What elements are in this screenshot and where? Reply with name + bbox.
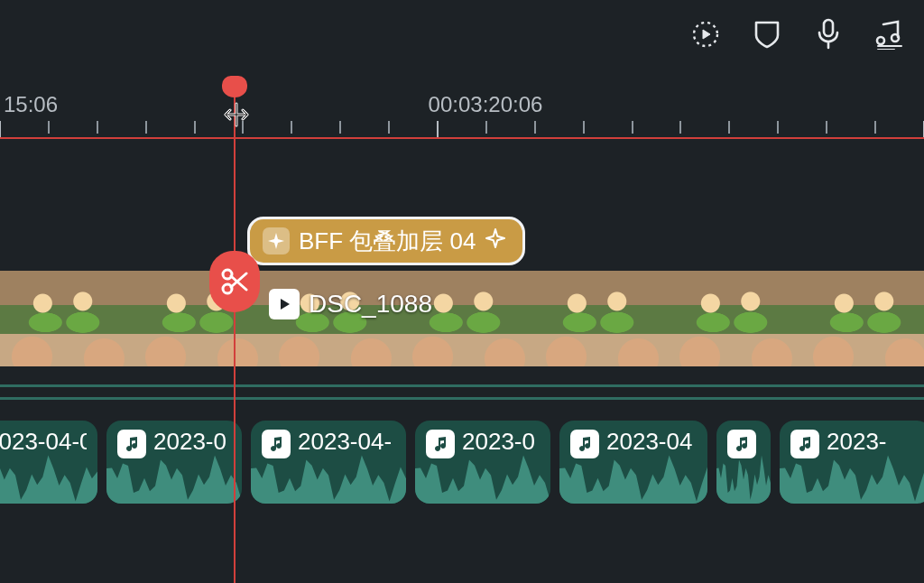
ruler-ticks <box>0 121 924 137</box>
video-clip-name: DSC_1088 <box>309 290 432 319</box>
waveform <box>106 451 242 504</box>
music-settings-button[interactable] <box>872 16 908 52</box>
waveform <box>0 451 97 504</box>
scissors-icon <box>219 266 250 297</box>
audio-clip[interactable]: 2023-0 <box>106 421 242 504</box>
waveform <box>559 451 707 504</box>
effect-clip-label: BFF 包叠加层 04 <box>299 226 476 257</box>
play-icon <box>269 289 300 319</box>
video-thumbnail <box>534 271 668 366</box>
sparkle-outline-icon <box>485 227 506 255</box>
audio-clip[interactable]: 2023-04 <box>559 421 707 504</box>
sparkle-icon <box>263 227 290 254</box>
shield-button[interactable] <box>749 16 785 52</box>
track-separator <box>0 397 924 400</box>
ruler-time-left: 15:06 <box>4 92 58 117</box>
waveform <box>780 451 924 504</box>
playhead[interactable] <box>234 79 236 583</box>
effect-overlay-clip[interactable]: BFF 包叠加层 04 <box>247 217 525 265</box>
video-thumbnail <box>0 271 134 366</box>
audio-clip[interactable]: 2023-04-0 <box>0 421 97 504</box>
video-track[interactable] <box>0 271 924 366</box>
ruler-time-center: 00:03:20:06 <box>429 92 543 117</box>
timeline-toolbar <box>688 16 908 52</box>
svg-point-3 <box>892 34 899 42</box>
timeline-ruler[interactable]: 15:06 00:03:20:06 <box>0 81 924 137</box>
microphone-button[interactable] <box>810 16 846 52</box>
audio-track[interactable]: 2023-04-02023-02023-04-2023-02023-042202… <box>0 421 924 504</box>
track-separator <box>0 384 924 387</box>
ruler-baseline <box>0 137 924 139</box>
video-clip-label-row: DSC_1088 <box>269 289 432 319</box>
audio-clip[interactable]: 2023-0 <box>415 421 550 504</box>
waveform <box>251 451 406 504</box>
svg-point-2 <box>877 37 884 44</box>
audio-clip[interactable]: 2 <box>716 421 771 504</box>
preview-button[interactable] <box>688 16 724 52</box>
audio-clip[interactable]: 2023- <box>780 421 924 504</box>
cut-tool-button[interactable] <box>209 251 260 312</box>
waveform <box>415 451 550 504</box>
video-thumbnail <box>668 271 801 366</box>
audio-clip[interactable]: 2023-04- <box>251 421 406 504</box>
waveform <box>716 451 771 504</box>
svg-rect-1 <box>824 20 833 36</box>
video-thumbnail <box>801 271 924 366</box>
